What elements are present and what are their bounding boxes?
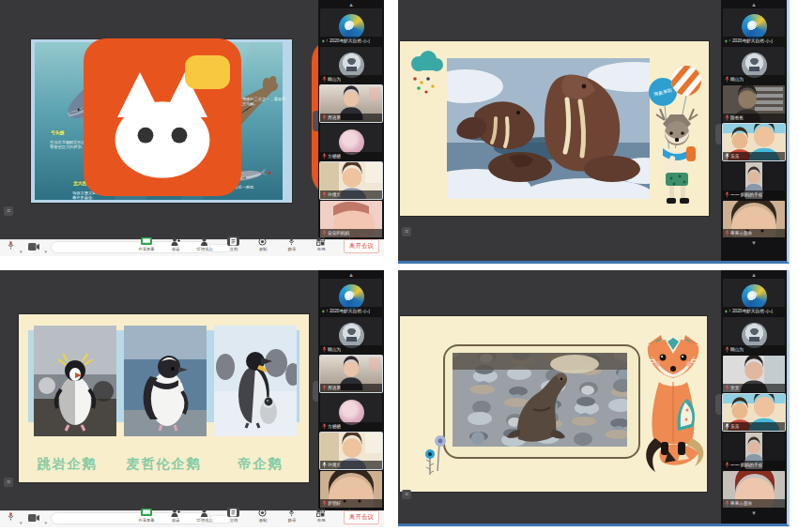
leave-meeting-button[interactable]: 离开会议 (344, 510, 379, 524)
participant-tile[interactable]: 2020奇妙大自然·小小海洋动物讲解员 (320, 279, 382, 315)
participant-tile[interactable]: 许博文 (320, 433, 382, 469)
mic-icon (725, 462, 729, 468)
toolbar-share-button[interactable]: 共享屏幕 (133, 236, 159, 255)
toolbar-record-button[interactable]: 录制 (250, 508, 275, 526)
mic-icon (322, 191, 327, 198)
participant-name: 一一·妈妈的手机 (730, 191, 762, 198)
participant-tile[interactable]: 朵朵和妈妈 (320, 201, 382, 237)
participant-tile[interactable]: 陈爸爸 (723, 85, 785, 122)
participant-name: 果果小朋友 (730, 230, 752, 236)
host-shield-icon (725, 38, 728, 44)
participant-tile[interactable]: 一一·妈妈的手机 (723, 162, 785, 199)
participant-namebar: 棠棠 (723, 384, 785, 392)
scroll-up-icon[interactable]: ▲ (722, 271, 786, 279)
shared-slide (400, 316, 707, 492)
host-logo-avatar (742, 284, 767, 310)
participant-tile[interactable]: 2020奇妙大自然·小小海洋动物讲解员 (723, 8, 785, 45)
scroll-up-icon[interactable]: ▲ (319, 1, 383, 8)
mic-icon (725, 76, 729, 83)
mute-mic-icon (288, 237, 295, 246)
toolbar-share-button[interactable]: 共享屏幕 (133, 508, 159, 526)
toolbar-doc-button[interactable]: 文档 (221, 508, 246, 526)
penguin-caption: 麦哲伦企鹅 (115, 456, 212, 473)
screenshot-collage: 弓头鲸 生活在北极附近的冰冷海域，上颚弯曲呈巨大的拱形。 抹香鲸 头部约占身体的… (0, 0, 798, 532)
host-logo-avatar (742, 14, 767, 39)
flower-icon (424, 433, 449, 477)
penguin-photo (214, 326, 297, 436)
participant-name: 2020奇妙大自然·小小海洋动物讲解员 (330, 308, 370, 314)
participant-namebar: 周语晨 (320, 114, 382, 122)
participant-name: 一一·妈妈的手机 (730, 462, 762, 468)
participant-tile[interactable]: 2020奇妙大自然·小小海洋动物讲解员 (723, 279, 785, 315)
participant-tile[interactable]: 周语晨 (320, 356, 382, 392)
penguin-caption: 帝企鹅 (212, 456, 309, 473)
participant-name: 朵朵和妈妈 (328, 230, 349, 236)
participant-tile[interactable]: 顾山为 (723, 47, 785, 84)
participant-tile[interactable]: 顾山为 (320, 317, 382, 354)
toolbar-mute-button[interactable]: 静音 (279, 236, 304, 255)
participant-namebar: 果果小朋友 (723, 499, 785, 508)
mic-icon (725, 423, 729, 430)
stage-menu-icon[interactable]: ≡ (402, 227, 411, 236)
share-screen-icon (141, 237, 152, 246)
participant-tile[interactable]: 乐乐 (723, 394, 785, 431)
scroll-down-icon[interactable]: ▼ (722, 239, 786, 247)
mic-button[interactable] (8, 509, 14, 525)
leave-meeting-button[interactable]: 离开会议 (344, 239, 379, 253)
participant-namebar: 果果小朋友 (723, 229, 785, 237)
participant-namebar: 方糖糖 (320, 152, 382, 160)
participant-tile[interactable]: 顾山为 (320, 47, 382, 84)
participant-tile[interactable]: 罗明轩 (320, 471, 382, 508)
participant-tile[interactable]: 方糖糖 (320, 124, 382, 160)
mic-icon (322, 153, 327, 160)
participant-namebar: 2020奇妙大自然·小小海洋动物讲解员 (320, 307, 382, 315)
participant-tile[interactable]: 2020奇妙大自然·小小海洋动物讲解员 (320, 8, 382, 45)
participant-tile[interactable]: 周语晨 (320, 85, 382, 122)
participant-tile[interactable]: 乐乐 (723, 124, 785, 160)
toolbar-members-button[interactable]: 管理成员 (192, 236, 217, 255)
participant-name: 2020奇妙大自然·小小海洋动物讲解员 (330, 38, 370, 44)
toolbar-invite-button[interactable]: 邀请 (162, 508, 188, 526)
toolbar-mute-button[interactable]: 静音 (279, 508, 304, 526)
host-logo-avatar (339, 284, 364, 310)
participant-name: 方糖糖 (328, 153, 341, 160)
members-icon (200, 237, 208, 246)
invite-icon (171, 509, 180, 517)
mic-icon (322, 76, 327, 83)
toolbar-members-button[interactable]: 管理成员 (192, 508, 217, 526)
camera-button[interactable] (28, 509, 39, 525)
mic-button[interactable] (8, 237, 14, 254)
stage-menu-icon[interactable]: ≡ (4, 206, 13, 216)
penguin-caption: 跳岩企鹅 (19, 456, 115, 473)
participant-tile[interactable]: 顾山为 (723, 317, 785, 354)
participant-tile[interactable]: 果果小朋友 (723, 201, 785, 237)
mic-icon (725, 385, 729, 391)
toolbar-record-button[interactable]: 录制 (250, 236, 275, 255)
scroll-up-icon[interactable]: ▲ (319, 271, 383, 279)
meeting-window-bottom-left: 跳岩企鹅麦哲伦企鹅帝企鹅 ≡ ▲ 2020奇妙大自然·小小海洋动物讲解员 顾山为 (0, 270, 384, 527)
presentation-stage: 海象来啦 ≡ (398, 0, 721, 261)
toolbar-layout-button[interactable]: 布局 (308, 508, 333, 526)
stage-menu-icon[interactable]: ≡ (402, 490, 411, 499)
participant-namebar: 许博文 (320, 461, 382, 469)
mic-icon (725, 346, 729, 353)
stage-menu-icon[interactable]: ≡ (4, 478, 13, 487)
participant-name: 方糖糖 (328, 423, 341, 430)
participant-namebar: 一一·妈妈的手机 (723, 190, 785, 199)
participant-tile[interactable]: 果果小朋友 (723, 471, 785, 508)
toolbar-layout-button[interactable]: 布局 (308, 236, 333, 255)
camera-button[interactable] (28, 237, 39, 254)
participant-tile[interactable]: 许博文 (320, 162, 382, 199)
toolbar-invite-button[interactable]: 邀请 (162, 236, 188, 255)
host-shield-icon (322, 309, 325, 314)
scroll-down-icon[interactable]: ▼ (722, 509, 786, 517)
participant-tile[interactable]: 一一·妈妈的手机 (723, 433, 785, 469)
host-shield-icon (725, 309, 728, 314)
whale-illustration: 弓头鲸 生活在北极附近的冰冷海域，上颚弯曲呈巨大的拱形。 抹香鲸 头部约占身体的… (35, 42, 283, 200)
participant-tile[interactable]: 方糖糖 (320, 394, 382, 431)
participant-tile[interactable]: 棠棠 (723, 356, 785, 392)
scroll-up-icon[interactable]: ▲ (722, 1, 786, 8)
participant-name: 乐乐 (730, 423, 739, 430)
participant-name: 许博文 (328, 191, 341, 198)
toolbar-doc-button[interactable]: 文档 (221, 236, 246, 255)
